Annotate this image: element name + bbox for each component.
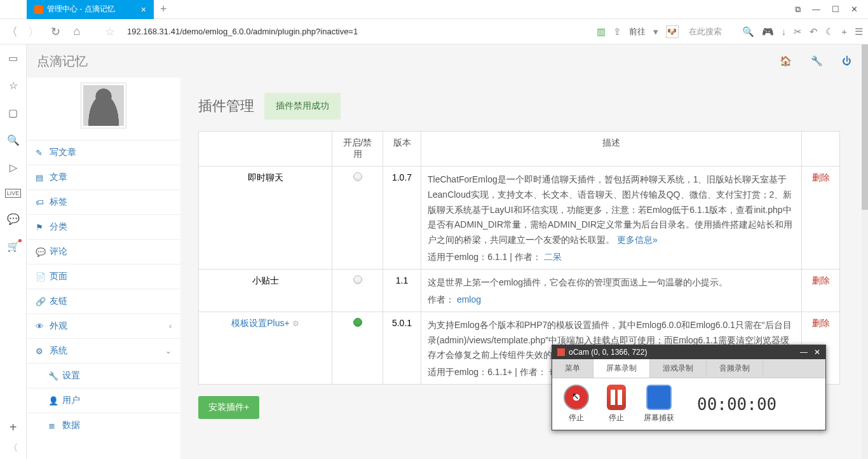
chevron-left-icon: ‹ [169, 322, 172, 331]
browser-tab-strip: 管理中心 - 点滴记忆 × + ⧉ — ☐ ✕ [0, 0, 868, 19]
ocam-pause-button[interactable]: 停止 [607, 385, 626, 423]
header-wrench-icon[interactable]: 🔧 [811, 55, 823, 67]
play-icon[interactable]: ▷ [10, 161, 17, 174]
plugin-meta: 作者： emlog [428, 294, 795, 306]
browser-tab-active[interactable]: 管理中心 - 点滴记忆 × [27, 0, 154, 19]
window-minimize-icon[interactable]: — [812, 4, 820, 15]
ocam-tab-0[interactable]: 菜单 [552, 359, 593, 378]
star-icon[interactable]: ☆ [103, 25, 117, 39]
download-icon[interactable]: ↓ [782, 26, 787, 37]
success-alert: 插件禁用成功 [264, 93, 341, 120]
menu-icon: ▤ [36, 173, 44, 182]
plugin-name-link[interactable]: 模板设置Plus+ [231, 318, 289, 328]
sidebar-item-5[interactable]: 📄页面 [27, 264, 180, 289]
col-actions [802, 132, 840, 167]
menu-label: 系统 [50, 345, 67, 357]
card-icon[interactable]: ▭ [8, 52, 18, 64]
sidebar-add-icon[interactable]: + [10, 420, 17, 435]
col-version: 版本 [383, 132, 421, 167]
ocam-tab-1[interactable]: 屏幕录制 [593, 359, 650, 378]
sidebar-item-7[interactable]: 👁外观‹ [27, 313, 180, 338]
undo-icon[interactable]: ↶ [810, 26, 818, 38]
author-link[interactable]: 二呆 [544, 252, 562, 262]
collapse-icon[interactable]: 〈 [9, 442, 18, 454]
ocam-close-icon[interactable]: ✕ [814, 348, 820, 357]
tab-close-icon[interactable]: × [141, 4, 146, 15]
sidebar-item-4[interactable]: 💬评论 [27, 239, 180, 264]
delete-link[interactable]: 删除 [812, 318, 830, 328]
header-power-icon[interactable]: ⏻ [842, 55, 851, 67]
window-close-icon[interactable]: ✕ [851, 4, 858, 15]
share-icon[interactable]: ⇪ [613, 26, 621, 38]
cart-icon[interactable]: 🛒 [7, 240, 20, 252]
ocam-capture-button[interactable]: 屏幕捕获 [644, 385, 674, 423]
live-icon[interactable]: LIVE [5, 189, 22, 198]
window-maximize-icon[interactable]: ☐ [832, 4, 839, 15]
toggle-status-icon[interactable] [353, 172, 362, 181]
more-info-link[interactable]: 更多信息» [617, 235, 658, 245]
delete-link[interactable]: 删除 [812, 172, 830, 182]
menu-label: 评论 [50, 246, 67, 257]
reader-icon[interactable]: ▥ [597, 26, 606, 38]
menu-label: 标签 [50, 196, 67, 208]
menu-icon[interactable]: ☰ [855, 26, 863, 38]
ocam-titlebar[interactable]: oCam (0, 0, 1366, 722) — ✕ [552, 345, 825, 359]
new-tab-button[interactable]: + [160, 3, 167, 16]
app-header: 点滴记忆 🏠 🔧 ⏻ [27, 45, 862, 78]
plus-icon[interactable]: + [841, 26, 847, 37]
ocam-tab-2[interactable]: 游戏录制 [650, 359, 707, 378]
browser-sidebar: ▭ ☆ ▢ 🔍 ▷ LIVE 💬 🛒 + 〈 [0, 45, 27, 459]
toggle-status-icon[interactable] [353, 275, 362, 284]
browser-toolbar: 〈 〉 ↻ ⌂ ☆ 192.168.31.41/demo/emlog_6.0.0… [0, 19, 868, 45]
search-icon[interactable]: 🔍 [742, 26, 754, 38]
chevron-down-icon[interactable]: ▾ [653, 26, 658, 38]
header-home-icon[interactable]: 🏠 [780, 55, 792, 67]
ocam-stop-button[interactable]: 停止 [564, 385, 589, 423]
ocam-tabs: 菜单屏幕录制游戏录制音频录制 [552, 359, 825, 378]
forward-button[interactable]: 〉 [27, 24, 41, 39]
pause-icon [607, 385, 626, 410]
search-icon[interactable]: 🔍 [7, 134, 20, 146]
back-button[interactable]: 〈 [5, 24, 19, 39]
menu-label: 页面 [50, 271, 67, 282]
search-input[interactable]: 在此搜索 [689, 26, 722, 38]
sidebar-item-0[interactable]: ✎写文章 [27, 140, 180, 165]
install-plugin-button[interactable]: 安装插件+ [198, 396, 259, 419]
ocam-window[interactable]: oCam (0, 0, 1366, 722) — ✕ 菜单屏幕录制游戏录制音频录… [552, 345, 826, 430]
delete-link[interactable]: 删除 [812, 275, 830, 285]
ocam-tab-3[interactable]: 音频录制 [707, 359, 763, 378]
sidebar-item-3[interactable]: ⚑分类 [27, 214, 180, 239]
picture-in-picture-icon[interactable]: ⧉ [795, 4, 801, 15]
ocam-minimize-icon[interactable]: — [800, 348, 808, 357]
book-icon[interactable]: ▢ [8, 107, 18, 119]
menu-icon: 👁 [36, 322, 44, 331]
sidebar-subitem-2[interactable]: ≣数据 [27, 413, 180, 437]
sidebar-item-8[interactable]: ⚙系统⌄ [27, 338, 180, 363]
menu-icon: ⚙ [36, 346, 44, 356]
app-title: 点滴记忆 [37, 53, 88, 70]
forward-label[interactable]: 前往 [629, 26, 646, 38]
star-outline-icon[interactable]: ☆ [9, 79, 18, 92]
sidebar-item-1[interactable]: ▤文章 [27, 165, 180, 189]
site-icon[interactable]: 🐶 [666, 25, 679, 38]
menu-label: 文章 [50, 172, 67, 183]
sidebar-item-6[interactable]: 🔗友链 [27, 289, 180, 313]
sidebar-subitem-1[interactable]: 👤用户 [27, 388, 180, 413]
reload-button[interactable]: ↻ [48, 25, 62, 39]
chat-icon[interactable]: 💬 [7, 213, 20, 225]
menu-icon: 🔗 [36, 297, 44, 306]
menu-icon: 💬 [36, 247, 44, 257]
author-link[interactable]: emlog [457, 294, 481, 305]
sidebar-subitem-0[interactable]: 🔧设置 [27, 363, 180, 388]
record-icon [564, 385, 589, 410]
address-bar[interactable]: 192.168.31.41/demo/emlog_6.0.0/admin/plu… [127, 27, 358, 36]
gamepad-icon[interactable]: 🎮 [762, 26, 774, 38]
sidebar-item-2[interactable]: 🏷标签 [27, 189, 180, 214]
scissors-icon[interactable]: ✂ [794, 26, 802, 38]
gear-icon[interactable]: ⚙ [292, 319, 299, 328]
moon-icon[interactable]: ☾ [825, 26, 834, 38]
avatar[interactable] [81, 83, 126, 128]
toggle-status-icon[interactable] [353, 318, 362, 327]
home-button[interactable]: ⌂ [70, 25, 84, 38]
table-row: 小贴士 1.1 这是世界上第一个emlog插件，它会在你的管理页面送上一句温馨的… [199, 269, 840, 312]
